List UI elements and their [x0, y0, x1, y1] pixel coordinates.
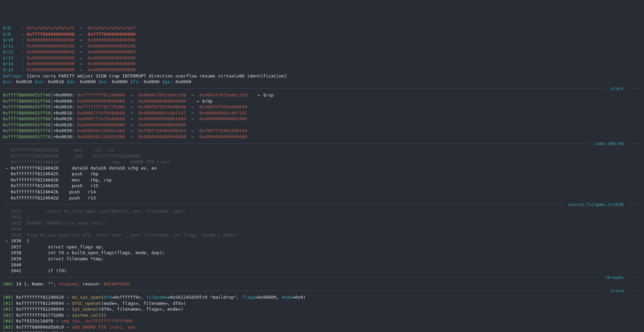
- section-header-source: source:fs/open.c+1036: [3, 202, 641, 208]
- code-line-next: 0xffffffff8124042d push r13: [3, 195, 641, 201]
- code-line-prev: 0xffffffff81240418 mov r12, rax: [3, 147, 641, 153]
- register-value: 0x0000000000000246: [26, 43, 74, 49]
- register-line: $r13 : 0x0000000000000000 → 0x0000000000…: [3, 55, 641, 61]
- stack-offset: +0x0008:: [53, 99, 75, 104]
- register-value: 0xfefefefefefefeff: [26, 25, 74, 31]
- register-deref: 0x0000000000000000: [88, 55, 135, 60]
- register-deref: 0x0000000000000246: [88, 43, 135, 49]
- stack-addr: 0xffff88000455ff40: [3, 92, 51, 98]
- segment-regs: $cs: 0x0010 $ss: 0x0018 $ds: 0x0000 $es:…: [3, 79, 641, 85]
- register-value: 0x0000000000000000: [26, 61, 74, 66]
- stack-val1: 0x0000561145d4c4a5: [77, 128, 125, 133]
- source-line-next: 1039 struct filename *tmp;: [3, 256, 641, 262]
- stack-val1: 0x00007ffefb68d698: [77, 110, 125, 116]
- stack-val3: 0x38dfbf5024448948: [199, 104, 247, 109]
- stack-val2: 0x000000005cdbf107: [138, 110, 186, 116]
- stack-val2: 0x706f72646c69616d: [138, 128, 186, 133]
- stack-addr: 0xffff88000455ff78: [3, 134, 51, 139]
- stack-val1: 0x00007ffefb68d688: [77, 116, 125, 121]
- stack-val1: 0x0000561145d352b0: [77, 134, 125, 139]
- code-line-prev: 0xffffffff8124041b jmp 0xffffffff8124040…: [3, 153, 641, 159]
- stack-val1: 0xffffffff81775d9b: [77, 104, 125, 109]
- stack-offset: +0x0020:: [53, 116, 75, 121]
- stack-addr: 0xffff88000455ff60: [3, 116, 51, 121]
- register-line: $r8 : 0xfefefefefefefeff → 0xfefefefefef…: [3, 25, 641, 31]
- code-line-next: 0xffffffff8124042b push r14: [3, 189, 641, 195]
- stack-row: 0xffff88000455ff48│+0x0008: 0x0000000000…: [3, 98, 641, 104]
- register-name: $r8: [3, 25, 21, 31]
- register-deref: 0xfefefefefefefeff: [88, 25, 135, 31]
- register-name: $r9: [3, 32, 21, 37]
- source-line-next: 1040: [3, 262, 641, 268]
- stack-row: 0xffff88000455ff70│+0x0030: 0x0000561145…: [3, 128, 641, 134]
- register-value: 0x0000000000000000: [26, 37, 74, 42]
- source-line-current: → 1036 {: [3, 238, 641, 244]
- register-name: $r12: [3, 49, 21, 54]
- code-line-current: → 0xffffffff81240420 data16 data16 data1…: [3, 165, 641, 171]
- register-line: $r9 : 0xffff000000000000 → 0xffff0000000…: [3, 31, 641, 37]
- stack-val3: 0x0000000000000000: [199, 134, 247, 139]
- register-line: $r12 : 0x0000000000000000 → 0x0000000000…: [3, 49, 641, 55]
- stack-val2: 0x38dfbf5024448948: [138, 104, 186, 109]
- stack-row: 0xffff88000455ff60│+0x0020: 0x00007ffefb…: [3, 116, 641, 122]
- stack-val1: 0x0000000000000000: [77, 122, 125, 127]
- register-value: 0x0000000000000000: [26, 49, 74, 54]
- stack-val1: 0x0000000000000000: [77, 99, 125, 104]
- code-line-next: 0xffffffff81240425 push rbp: [3, 171, 641, 177]
- stack-offset: +0x0000:: [53, 92, 75, 98]
- stack-val3: 0x000000005cdbf107: [199, 110, 247, 116]
- stack-offset: +0x0010:: [53, 104, 75, 109]
- stack-val2: 0x00841f0f2e66c35d: [138, 92, 186, 98]
- stack-val2: 0x0000000000000000: [138, 122, 186, 127]
- register-deref: 0x0000000000000000: [88, 67, 135, 72]
- stack-addr: 0xffff88000455ff70: [3, 128, 51, 133]
- stack-val3: 0x00841f0f2e66c35d: [199, 92, 247, 98]
- thread-line: [#0] Id 1, Name: "", stopped, reason: BR…: [3, 281, 641, 287]
- source-line-prev: 1034: [3, 226, 641, 232]
- eflags-line: $eflags: [zero carry PARITY adjust SIGN …: [3, 73, 641, 79]
- register-name: $r10: [3, 37, 21, 42]
- trace-frame: [#4] 0x7f9233c18df0 → cmp rax, 0xfffffff…: [3, 318, 641, 324]
- register-value: 0xffff000000000000: [26, 32, 74, 37]
- register-deref: 0xffff000000000000: [88, 32, 135, 37]
- stack-row: 0xffff88000455ff50│+0x0010: 0xffffffff81…: [3, 104, 641, 110]
- register-line: $r10 : 0x0000000000000000 → 0x0000000000…: [3, 37, 641, 43]
- source-line-next: 1041 if (fd): [3, 268, 641, 274]
- register-line: $r14 : 0x0000000000000000 → 0x0000000000…: [3, 61, 641, 67]
- trace-frame: [#6] 0xffffffff81c471a0 → push rdx: [3, 330, 641, 332]
- trace-frame: [#0] 0xffffffff81240420 → do_sys_open(df…: [3, 294, 641, 300]
- section-header-code: code:x86:64: [3, 141, 641, 147]
- code-line-next: 0xffffffff81240429 push r15: [3, 183, 641, 189]
- code-line-prev: 0xffffffff8124041d nop DWORD PTR [rax]: [3, 159, 641, 165]
- stack-note: ← $rsp: [258, 92, 274, 98]
- register-name: $r15: [3, 67, 21, 72]
- stack-val3: 0x0000000000001000: [199, 116, 247, 121]
- register-name: $r11: [3, 43, 21, 49]
- trace-frame: [#3] 0xffffffff81775d9b → system_call(): [3, 312, 641, 318]
- stack-val2: 0x0000000000000000: [138, 134, 186, 139]
- register-line: $r15 : 0x0000000000000000 → 0x0000000000…: [3, 67, 641, 73]
- register-deref: 0x0000000000000000: [88, 61, 135, 66]
- register-value: 0x0000000000000000: [26, 67, 74, 72]
- stack-offset: +0x0028:: [53, 122, 75, 127]
- source-line-next: 1037 struct open_flags op;: [3, 244, 641, 250]
- register-deref: 0x0000000000000000: [88, 49, 135, 54]
- register-name: $r14: [3, 61, 21, 66]
- register-name: $r13: [3, 55, 21, 60]
- source-line-prev: 1035 long do_sys_open(int dfd, const cha…: [3, 232, 641, 238]
- stack-note: ← $rbp: [197, 99, 213, 104]
- stack-offset: +0x0018:: [53, 110, 75, 116]
- stack-offset: +0x0038:: [53, 134, 75, 139]
- stack-addr: 0xffff88000455ff50: [3, 104, 51, 109]
- stack-val3: 0x706f72646c69616d: [199, 128, 247, 133]
- section-header-threads: threads: [3, 275, 641, 281]
- trace-frame: [#2] 0xffffffff81240694 → SyS_openat(dfd…: [3, 306, 641, 312]
- stack-row: 0xffff88000455ff58│+0x0018: 0x00007ffefb…: [3, 110, 641, 116]
- trace-frame: [#1] 0xffffffff81240694 → SYSC_openat(mo…: [3, 300, 641, 307]
- trace-frame: [#5] 0xffff880006d5b0c0 → add DWORD PTR …: [3, 324, 641, 330]
- eflags-value: [zero carry PARITY adjust SIGN trap INTE…: [26, 73, 287, 78]
- section-header-trace: trace: [3, 288, 641, 294]
- stack-addr: 0xffff88000455ff48: [3, 99, 51, 104]
- register-value: 0x0000000000000000: [26, 55, 74, 60]
- stack-val1: 0xffffffff81240694: [77, 92, 125, 98]
